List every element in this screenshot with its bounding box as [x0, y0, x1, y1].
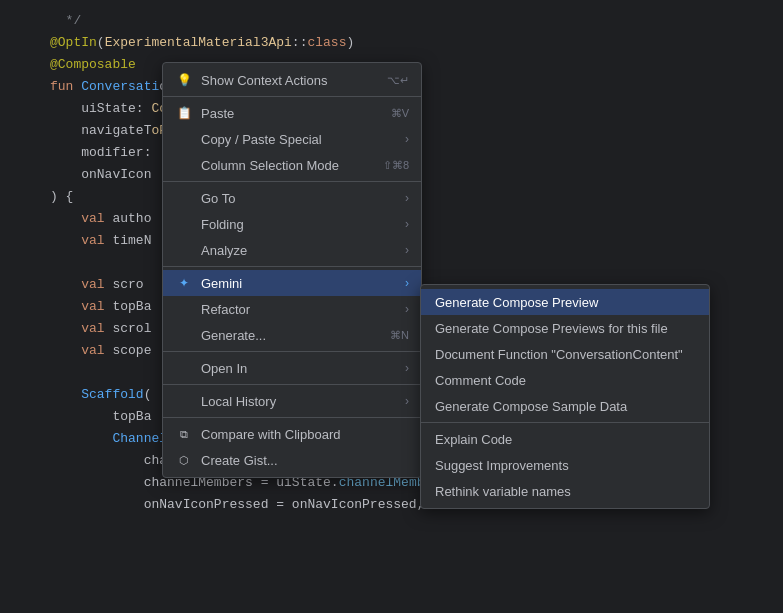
menu-item-label: Gemini: [201, 276, 397, 291]
menu-item-analyze[interactable]: Analyze ›: [163, 237, 421, 263]
sub-menu-item-generate-compose-preview[interactable]: Generate Compose Preview: [421, 289, 709, 315]
sub-menu-item-label: Document Function "ConversationContent": [435, 347, 683, 362]
context-menu-wrapper: 💡 Show Context Actions ⌥↵ 📋 Paste ⌘V Cop…: [162, 62, 422, 478]
menu-item-label: Folding: [201, 217, 397, 232]
menu-item-local-history[interactable]: Local History ›: [163, 388, 421, 414]
menu-item-label: Analyze: [201, 243, 397, 258]
empty-icon: [175, 392, 193, 410]
menu-item-go-to[interactable]: Go To ›: [163, 185, 421, 211]
gist-icon: ⬡: [175, 451, 193, 469]
menu-item-label: Go To: [201, 191, 397, 206]
menu-item-label: Local History: [201, 394, 397, 409]
sub-menu-item-label: Generate Compose Preview: [435, 295, 598, 310]
menu-item-shortcut: ⇧⌘8: [383, 159, 409, 172]
sub-menu-separator: [421, 422, 709, 423]
empty-icon: [175, 156, 193, 174]
menu-separator: [163, 417, 421, 418]
sub-menu-item-generate-compose-sample[interactable]: Generate Compose Sample Data: [421, 393, 709, 419]
empty-icon: [175, 215, 193, 233]
menu-separator: [163, 181, 421, 182]
arrow-icon: ›: [405, 217, 409, 231]
menu-item-create-gist[interactable]: ⬡ Create Gist...: [163, 447, 421, 473]
arrow-icon: ›: [405, 132, 409, 146]
sub-menu-item-label: Rethink variable names: [435, 484, 571, 499]
context-menu: 💡 Show Context Actions ⌥↵ 📋 Paste ⌘V Cop…: [162, 62, 422, 478]
sub-menu-item-explain-code[interactable]: Explain Code: [421, 426, 709, 452]
sub-menu-item-suggest-improvements[interactable]: Suggest Improvements: [421, 452, 709, 478]
gemini-star-icon: ✦: [175, 274, 193, 292]
menu-item-label: Paste: [201, 106, 375, 121]
sub-menu-item-label: Generate Compose Previews for this file: [435, 321, 668, 336]
sub-menu-item-label: Comment Code: [435, 373, 526, 388]
menu-item-show-context-actions[interactable]: 💡 Show Context Actions ⌥↵: [163, 67, 421, 93]
sub-menu-item-label: Suggest Improvements: [435, 458, 569, 473]
menu-item-column-selection[interactable]: Column Selection Mode ⇧⌘8: [163, 152, 421, 178]
paste-icon: 📋: [175, 104, 193, 122]
menu-item-refactor[interactable]: Refactor ›: [163, 296, 421, 322]
menu-item-gemini[interactable]: ✦ Gemini ›: [163, 270, 421, 296]
empty-icon: [175, 300, 193, 318]
menu-item-label: Copy / Paste Special: [201, 132, 397, 147]
menu-item-label: Compare with Clipboard: [201, 427, 409, 442]
menu-item-compare-clipboard[interactable]: ⧉ Compare with Clipboard: [163, 421, 421, 447]
arrow-icon: ›: [405, 191, 409, 205]
empty-icon: [175, 189, 193, 207]
sub-menu-item-document-function[interactable]: Document Function "ConversationContent": [421, 341, 709, 367]
menu-item-open-in[interactable]: Open In ›: [163, 355, 421, 381]
sub-menu-item-generate-compose-previews-file[interactable]: Generate Compose Previews for this file: [421, 315, 709, 341]
menu-item-shortcut: ⌥↵: [387, 74, 409, 87]
menu-item-generate[interactable]: Generate... ⌘N: [163, 322, 421, 348]
empty-icon: [175, 241, 193, 259]
menu-item-label: Column Selection Mode: [201, 158, 367, 173]
menu-separator: [163, 384, 421, 385]
menu-item-shortcut: ⌘N: [390, 329, 409, 342]
sub-menu-item-comment-code[interactable]: Comment Code: [421, 367, 709, 393]
gemini-sub-menu: Generate Compose Preview Generate Compos…: [420, 284, 710, 509]
menu-item-label: Show Context Actions: [201, 73, 371, 88]
arrow-icon: ›: [405, 361, 409, 375]
empty-icon: [175, 359, 193, 377]
menu-item-shortcut: ⌘V: [391, 107, 409, 120]
menu-item-label: Generate...: [201, 328, 374, 343]
menu-item-copy-paste-special[interactable]: Copy / Paste Special ›: [163, 126, 421, 152]
menu-separator: [163, 351, 421, 352]
menu-item-label: Create Gist...: [201, 453, 409, 468]
bulb-icon: 💡: [175, 71, 193, 89]
compare-icon: ⧉: [175, 425, 193, 443]
arrow-icon: ›: [405, 302, 409, 316]
code-line: @OptIn(ExperimentalMaterial3Api::class): [0, 32, 783, 54]
menu-item-label: Refactor: [201, 302, 397, 317]
arrow-icon: ›: [405, 276, 409, 290]
menu-separator: [163, 266, 421, 267]
arrow-icon: ›: [405, 394, 409, 408]
menu-item-folding[interactable]: Folding ›: [163, 211, 421, 237]
sub-menu-item-label: Explain Code: [435, 432, 512, 447]
code-line: */: [0, 10, 783, 32]
menu-item-label: Open In: [201, 361, 397, 376]
sub-menu-item-rethink-variable[interactable]: Rethink variable names: [421, 478, 709, 504]
sub-menu-item-label: Generate Compose Sample Data: [435, 399, 627, 414]
menu-separator: [163, 96, 421, 97]
empty-icon: [175, 130, 193, 148]
empty-icon: [175, 326, 193, 344]
menu-item-paste[interactable]: 📋 Paste ⌘V: [163, 100, 421, 126]
arrow-icon: ›: [405, 243, 409, 257]
